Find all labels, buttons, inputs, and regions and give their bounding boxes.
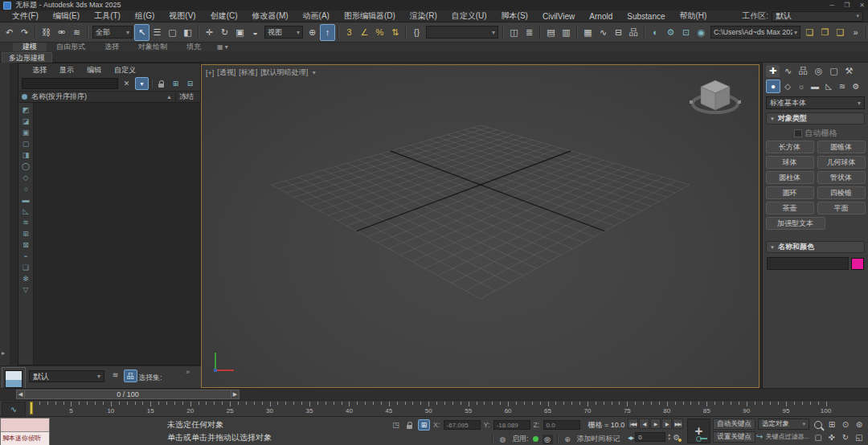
show-lights-icon[interactable]: ☼ bbox=[20, 183, 31, 194]
current-frame-field[interactable]: 0 bbox=[635, 432, 665, 442]
redo-icon[interactable]: ↷ bbox=[17, 24, 32, 41]
primitive-button-plane[interactable]: 平面 bbox=[817, 202, 866, 214]
menu-item-modifiers[interactable]: 修改器(M) bbox=[245, 10, 296, 22]
render-production-icon[interactable]: ◉ bbox=[694, 24, 709, 41]
snap-toggle-3d-icon[interactable]: 3 bbox=[342, 24, 357, 41]
auto-key-button[interactable]: 自动关键点 bbox=[713, 418, 755, 430]
unlink-selection-icon[interactable]: ⚮ bbox=[54, 24, 69, 41]
material-editor-icon[interactable]: ◐ bbox=[648, 24, 663, 41]
explorer-menu-display[interactable]: 显示 bbox=[54, 65, 80, 76]
category-space-warps-icon[interactable]: ≋ bbox=[836, 80, 849, 92]
zoom-extents-icon[interactable]: ⊙ bbox=[839, 418, 852, 431]
viewport-menu-general[interactable]: [+] bbox=[206, 69, 214, 77]
selected-objects-dropdown[interactable]: 选定对象 ▾ bbox=[758, 418, 809, 430]
select-and-uniform-scale-icon[interactable]: ▣ bbox=[232, 24, 248, 41]
show-space-warps-icon[interactable]: ≋ bbox=[20, 217, 31, 227]
viewport-menu-renderer[interactable]: [标准] bbox=[239, 67, 257, 78]
key-filters-button[interactable]: 关键点过滤器... bbox=[765, 432, 809, 441]
show-groups-icon[interactable]: ⊞ bbox=[20, 228, 31, 239]
render-setup-icon[interactable]: ⚙ bbox=[663, 24, 678, 41]
toggle-ribbon-icon[interactable]: ▦ bbox=[580, 24, 596, 41]
frame-spinner[interactable]: ▲▼ bbox=[667, 433, 671, 441]
zoom-extents-all-icon[interactable]: ⊛ bbox=[853, 418, 866, 431]
ribbon-overflow-icon[interactable]: ▦ ▾ bbox=[217, 43, 228, 51]
panel-tab-motion-icon[interactable]: ◎ bbox=[812, 65, 825, 77]
pick-parent-icon[interactable]: ◩ bbox=[20, 104, 31, 115]
explorer-column-header[interactable]: 名称(按升序排序) ▲ 冻结 bbox=[18, 91, 200, 103]
explorer-menu-customize[interactable]: 自定义 bbox=[108, 65, 141, 76]
select-invert-icon[interactable]: ◨ bbox=[20, 149, 31, 160]
show-shapes-icon[interactable]: ◇ bbox=[20, 172, 31, 182]
z-coordinate-field[interactable]: 0.0 bbox=[543, 420, 580, 430]
menu-item-graph-editors[interactable]: 图形编辑器(D) bbox=[337, 10, 403, 22]
lock-icon[interactable] bbox=[155, 78, 167, 89]
next-frame-arrow-icon[interactable]: ▶ bbox=[231, 390, 240, 399]
toolbar-overflow-icon[interactable]: » bbox=[186, 368, 190, 376]
project-folder-dropdown[interactable]: C:\Users\Ad~ds Max 2025▾ bbox=[710, 26, 800, 39]
search-input[interactable] bbox=[22, 78, 118, 89]
track-bar[interactable]: ∿ 05101520253035404550556065707580859095… bbox=[0, 400, 868, 416]
tab-polygon-modeling[interactable]: 多边形建模 bbox=[2, 52, 52, 63]
record-icon[interactable]: ◎ bbox=[542, 435, 553, 444]
minimize-button[interactable]: ─ bbox=[829, 2, 834, 9]
use-pivot-point-center-icon[interactable]: ⊕ bbox=[305, 24, 320, 41]
dope-sheet-icon[interactable]: ⊟ bbox=[611, 24, 626, 41]
primitive-button-cone[interactable]: 圆锥体 bbox=[817, 141, 866, 153]
primitive-button-pyramid[interactable]: 四棱锥 bbox=[817, 186, 866, 199]
adaptive-degradation-icon[interactable]: ◍ bbox=[497, 435, 508, 444]
panel-tab-display-icon[interactable]: ▢ bbox=[827, 65, 841, 77]
next-frame-button[interactable]: |▶ bbox=[661, 418, 672, 429]
per-view-filter-icon[interactable]: ▼ bbox=[311, 70, 317, 76]
layer-list-dropdown[interactable]: 默认 ▾ bbox=[29, 370, 104, 382]
expand-tree-icon[interactable]: ⊞ bbox=[170, 78, 182, 89]
frame-step-arrows-icon[interactable]: ◀▶ bbox=[628, 435, 633, 440]
primitive-button-cylinder[interactable]: 圆柱体 bbox=[766, 171, 814, 184]
ribbon-tab-populate[interactable]: 填充 bbox=[177, 43, 211, 51]
menu-item-substance[interactable]: Substance bbox=[620, 12, 672, 21]
object-color-swatch[interactable] bbox=[851, 258, 864, 270]
primitive-button-tube[interactable]: 管状体 bbox=[817, 171, 866, 184]
show-cameras-icon[interactable]: ▬ bbox=[20, 194, 31, 205]
previous-frame-arrow-icon[interactable]: ◀ bbox=[16, 390, 25, 399]
time-configuration-icon[interactable]: ⚙ bbox=[673, 433, 680, 442]
x-coordinate-field[interactable]: -67.095 bbox=[444, 420, 481, 430]
select-and-manipulate-icon[interactable]: ↑ bbox=[320, 24, 335, 41]
schematic-icon[interactable]: 品 bbox=[124, 369, 137, 382]
go-to-start-button[interactable]: |◀◀ bbox=[628, 418, 638, 429]
undo-icon[interactable]: ↶ bbox=[2, 24, 17, 41]
reference-coordinate-system-dropdown[interactable]: 视图▾ bbox=[264, 26, 303, 39]
time-slider-value[interactable]: 0 / 100 bbox=[25, 390, 231, 399]
viewport-menu-pov[interactable]: [透视] bbox=[217, 67, 235, 78]
close-button[interactable]: ✕ bbox=[859, 2, 865, 9]
filter-combinations-icon[interactable]: ▽ bbox=[20, 284, 31, 295]
menu-item-help[interactable]: 帮助(H) bbox=[673, 10, 714, 22]
frozen-column-header[interactable]: 冻结 bbox=[175, 92, 200, 102]
add-time-tag[interactable]: 添加时间标记 bbox=[577, 434, 620, 444]
select-and-link-icon[interactable]: ⛓ bbox=[39, 24, 54, 41]
menu-item-views[interactable]: 视图(V) bbox=[162, 10, 203, 22]
menu-item-group[interactable]: 组(G) bbox=[128, 10, 162, 22]
menu-item-arnold[interactable]: Arnold bbox=[582, 12, 620, 21]
sort-ascending-icon[interactable]: ▲ bbox=[166, 94, 172, 100]
set-keys-button[interactable]: + bbox=[687, 418, 710, 443]
expand-panel-arrow-icon[interactable]: ▸ bbox=[2, 349, 5, 357]
y-coordinate-field[interactable]: -18.089 bbox=[493, 420, 530, 430]
perspective-viewport[interactable]: [+] [透视] [标准] [默认明暗处理] ▼ bbox=[201, 64, 760, 388]
menu-item-file[interactable]: 文件(F) bbox=[5, 10, 46, 22]
mirror-icon[interactable]: ◫ bbox=[506, 24, 522, 41]
zoom-region-icon[interactable]: ▢ bbox=[812, 431, 825, 443]
primitive-button-sphere[interactable]: 球体 bbox=[766, 156, 814, 169]
clear-search-icon[interactable]: ✕ bbox=[121, 78, 133, 89]
time-slider-handle[interactable]: ◀ 0 / 100 ▶ bbox=[16, 390, 240, 399]
panel-tab-modify-icon[interactable]: ∿ bbox=[781, 65, 795, 77]
object-type-rollout-header[interactable]: ▼ 对象类型 bbox=[766, 112, 865, 125]
maxscript-mini-listener[interactable]: 脚本迷你侦听 bbox=[0, 418, 50, 445]
rectangular-selection-region-icon[interactable]: ▢ bbox=[165, 24, 180, 41]
ribbon-tab-selection[interactable]: 选择 bbox=[95, 43, 129, 51]
orbit-icon[interactable]: ↻ bbox=[839, 431, 852, 443]
collapse-tree-icon[interactable]: ⊟ bbox=[184, 78, 196, 89]
select-and-place-icon[interactable]: ◒ bbox=[248, 24, 263, 41]
menu-item-scripting[interactable]: 脚本(S) bbox=[494, 10, 535, 22]
play-button[interactable]: ▶ bbox=[650, 418, 661, 429]
menu-item-customize[interactable]: 自定义(U) bbox=[444, 10, 494, 22]
